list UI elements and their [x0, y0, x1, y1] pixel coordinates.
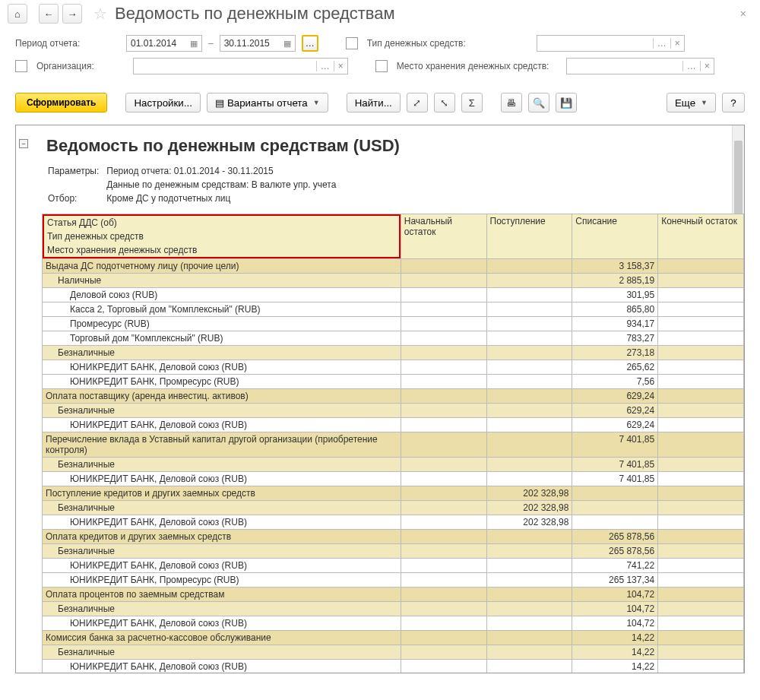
org-input[interactable]: …×: [133, 58, 348, 74]
more-button[interactable]: Еще ▼: [667, 93, 716, 112]
row-value: [658, 660, 744, 673]
table-row[interactable]: Оплата процентов по заемным средствам104…: [43, 588, 744, 602]
row-value: 265,62: [572, 360, 658, 375]
expand-icon[interactable]: ⤢: [407, 93, 428, 112]
row-value: 629,24: [572, 389, 658, 404]
type-input[interactable]: …×: [537, 35, 685, 52]
dots-icon[interactable]: …: [316, 61, 334, 71]
table-row[interactable]: Деловой союз (RUB)301,95: [43, 288, 744, 302]
table-row[interactable]: Безналичные629,24: [43, 404, 744, 418]
org-checkbox[interactable]: [15, 60, 27, 72]
row-value: [401, 501, 486, 515]
row-value: [401, 631, 486, 645]
row-value: [658, 458, 744, 472]
collapse-icon[interactable]: ⤡: [434, 93, 455, 112]
storage-input[interactable]: …×: [566, 58, 714, 74]
table-row[interactable]: Оплата кредитов и других заемных средств…: [43, 530, 744, 544]
row-name: Оплата поставщику (аренда инвестиц. акти…: [43, 389, 401, 404]
table-row[interactable]: Безналичные202 328,98: [43, 501, 744, 515]
table-row[interactable]: Касса 2, Торговый дом "Комплексный" (RUB…: [43, 302, 744, 317]
help-button[interactable]: ?: [722, 93, 745, 112]
table-row[interactable]: Безналичные273,18: [43, 346, 744, 360]
table-row[interactable]: Промресурс (RUB)934,17: [43, 317, 744, 331]
row-value: [486, 616, 572, 631]
period-picker-button[interactable]: …: [302, 35, 318, 52]
filter-label: Отбор:: [48, 192, 105, 204]
row-name: Деловой союз (RUB): [43, 288, 401, 302]
row-value: 202 328,98: [486, 501, 572, 515]
date-from-input[interactable]: 01.01.2014 ▦: [126, 35, 202, 52]
clear-icon[interactable]: ×: [700, 61, 714, 71]
close-button[interactable]: ×: [734, 5, 752, 23]
table-row[interactable]: Безналичные104,72: [43, 602, 744, 616]
table-row[interactable]: ЮНИКРЕДИТ БАНК, Промресурс (RUB)265 137,…: [43, 573, 744, 588]
variants-button[interactable]: ▤ Варианты отчета ▼: [207, 93, 328, 112]
row-value: [658, 486, 744, 501]
type-checkbox[interactable]: [346, 37, 358, 49]
storage-checkbox[interactable]: [375, 60, 388, 72]
row-value: [486, 302, 572, 317]
row-value: [658, 573, 744, 588]
row-name: Поступление кредитов и других заемных ср…: [43, 486, 401, 501]
calendar-icon[interactable]: ▦: [283, 39, 291, 49]
settings-button[interactable]: Настройки...: [125, 93, 200, 112]
table-row[interactable]: Перечисление вклада в Уставный капитал д…: [43, 432, 744, 458]
table-row[interactable]: Безналичные14,22: [43, 645, 744, 660]
row-name: ЮНИКРЕДИТ БАНК, Промресурс (RUB): [43, 573, 401, 588]
preview-icon[interactable]: 🔍: [528, 93, 549, 112]
row-name: Выдача ДС подотчетному лицу (прочие цели…: [43, 259, 401, 274]
table-row[interactable]: Оплата поставщику (аренда инвестиц. акти…: [43, 389, 744, 404]
row-value: [486, 331, 572, 346]
star-icon[interactable]: ☆: [93, 5, 107, 23]
row-value: [401, 389, 486, 404]
row-value: [658, 544, 744, 559]
row-value: [486, 259, 572, 274]
row-value: 7,56: [572, 375, 658, 389]
calendar-icon[interactable]: ▦: [190, 39, 198, 49]
generate-button[interactable]: Сформировать: [15, 93, 107, 112]
table-row[interactable]: ЮНИКРЕДИТ БАНК, Деловой союз (RUB)104,72: [43, 616, 744, 631]
row-name: ЮНИКРЕДИТ БАНК, Деловой союз (RUB): [43, 472, 401, 486]
table-row[interactable]: ЮНИКРЕДИТ БАНК, Деловой союз (RUB)202 32…: [43, 515, 744, 530]
clear-icon[interactable]: ×: [334, 61, 347, 71]
save-icon[interactable]: 💾: [556, 93, 577, 112]
back-button[interactable]: ←: [39, 4, 59, 24]
col-outcome: Списание: [572, 214, 658, 259]
forward-button[interactable]: →: [62, 4, 82, 24]
row-value: [486, 404, 572, 418]
date-to-input[interactable]: 30.11.2015 ▦: [220, 35, 296, 52]
row-value: 265 137,34: [572, 573, 658, 588]
table-row[interactable]: Торговый дом "Комплексный" (RUB)783,27: [43, 331, 744, 346]
sum-icon[interactable]: Σ: [461, 93, 483, 112]
table-row[interactable]: ЮНИКРЕДИТ БАНК, Деловой союз (RUB)7 401,…: [43, 472, 744, 486]
row-value: [401, 346, 486, 360]
home-button[interactable]: ⌂: [8, 4, 27, 24]
row-name: ЮНИКРЕДИТ БАНК, Деловой союз (RUB): [43, 559, 401, 573]
print-icon[interactable]: 🖶: [501, 93, 522, 112]
row-value: [486, 472, 572, 486]
table-row[interactable]: ЮНИКРЕДИТ БАНК, Деловой союз (RUB)265,62: [43, 360, 744, 375]
dots-icon[interactable]: …: [682, 61, 700, 71]
table-row[interactable]: ЮНИКРЕДИТ БАНК, Деловой союз (RUB)629,24: [43, 418, 744, 432]
table-row[interactable]: ЮНИКРЕДИТ БАНК, Промресурс (RUB)7,56: [43, 375, 744, 389]
table-row[interactable]: ЮНИКРЕДИТ БАНК, Деловой союз (RUB)741,22: [43, 559, 744, 573]
dots-icon[interactable]: …: [653, 38, 670, 49]
row-value: [658, 288, 744, 302]
row-value: [658, 331, 744, 346]
find-button[interactable]: Найти...: [347, 93, 401, 112]
table-row[interactable]: Наличные2 885,19: [43, 274, 744, 288]
table-row[interactable]: Безналичные7 401,85: [43, 458, 744, 472]
row-value: 301,95: [572, 288, 658, 302]
row-value: [486, 274, 572, 288]
row-value: [486, 458, 572, 472]
table-row[interactable]: Безналичные265 878,56: [43, 544, 744, 559]
filter-text: Кроме ДС у подотчетных лиц: [106, 192, 342, 204]
collapse-toggle[interactable]: −: [19, 139, 28, 148]
row-value: [658, 418, 744, 432]
table-row[interactable]: Комиссия банка за расчетно-кассовое обсл…: [43, 631, 744, 645]
table-row[interactable]: Поступление кредитов и других заемных ср…: [43, 486, 744, 501]
clear-icon[interactable]: ×: [670, 38, 684, 49]
row-name: Безналичные: [43, 544, 401, 559]
table-row[interactable]: Выдача ДС подотчетному лицу (прочие цели…: [43, 259, 744, 274]
table-row[interactable]: ЮНИКРЕДИТ БАНК, Деловой союз (RUB)14,22: [43, 660, 744, 673]
